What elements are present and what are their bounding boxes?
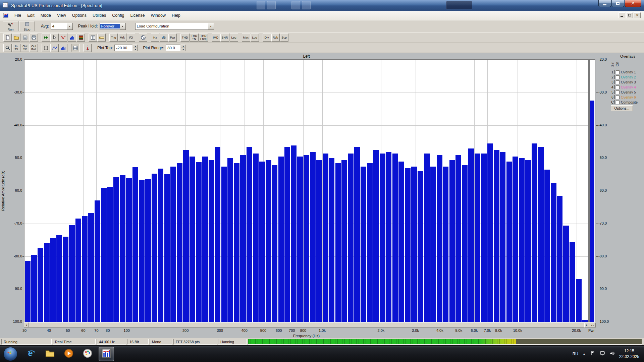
reverb-button[interactable]: Rvb xyxy=(271,34,280,42)
snr-button[interactable]: SNR xyxy=(220,34,229,42)
plot-range-spin-down-icon[interactable]: ▼ xyxy=(181,48,185,51)
stop-button[interactable]: Stop xyxy=(19,21,35,31)
menu-options[interactable]: Options xyxy=(69,12,90,19)
overlay-set-6[interactable]: 6 xyxy=(611,95,614,99)
load-configuration-dropdown-arrow-icon[interactable]: ▼ xyxy=(208,23,214,29)
time-series-view-button[interactable] xyxy=(59,34,67,42)
select-tool-button[interactable] xyxy=(50,34,59,42)
close-button[interactable]: ✕ xyxy=(625,0,641,7)
load-configuration-combobox[interactable]: Load Configuration ▼ xyxy=(135,23,214,30)
thd-freq-button[interactable]: THDFreq xyxy=(199,34,208,42)
taskbar-spectraplus-icon[interactable] xyxy=(99,347,114,361)
menu-edit[interactable]: Edit xyxy=(24,12,38,19)
maximize-button[interactable] xyxy=(611,0,624,7)
scrollbar-thumb[interactable] xyxy=(29,322,584,327)
bar-display-button[interactable] xyxy=(59,44,67,52)
scroll-left-arrow-icon[interactable]: ◄ xyxy=(24,322,29,327)
volume-icon[interactable] xyxy=(609,351,615,357)
spectrogram-view-button[interactable] xyxy=(76,34,85,42)
menu-license[interactable]: License xyxy=(127,12,148,19)
h-scrollbar[interactable]: ◄ ► xyxy=(24,322,589,327)
zoom-out-2x-button[interactable]: Out2X xyxy=(21,44,29,52)
overlays-options-button[interactable]: Options... xyxy=(611,105,633,111)
scale-tool-button[interactable] xyxy=(97,34,106,42)
peak-markers-button[interactable] xyxy=(42,44,50,52)
overlay-set-3[interactable]: 3 xyxy=(611,80,614,84)
power-meter-scrollbar[interactable]: ◄► xyxy=(589,322,596,327)
process-file-button[interactable] xyxy=(42,34,50,42)
overlay-on-checkbox-1[interactable] xyxy=(616,70,620,74)
overlay-set-1[interactable]: 1 xyxy=(611,70,614,74)
units-pwr-button[interactable]: Pwr xyxy=(168,34,177,42)
overlay-set-4[interactable]: 4 xyxy=(611,85,614,89)
menu-utilities[interactable]: Utilities xyxy=(90,12,109,19)
start-button[interactable] xyxy=(3,347,17,361)
avg-dropdown-arrow-icon[interactable]: ▼ xyxy=(67,23,72,29)
new-file-button[interactable] xyxy=(3,34,12,42)
thd-n-button[interactable]: THD+N xyxy=(190,34,199,42)
units-db-button[interactable]: dB xyxy=(160,34,168,42)
leq-button[interactable]: Leq xyxy=(230,34,238,42)
plot-top-spin-up-icon[interactable]: ▲ xyxy=(133,45,138,48)
avg-combobox[interactable]: 4 ▼ xyxy=(51,23,73,30)
plot-area[interactable] xyxy=(24,60,588,322)
plot-top-input[interactable]: -20.00 xyxy=(114,45,132,51)
data-table-button[interactable] xyxy=(89,34,97,42)
zoom-in-2x-button[interactable]: In2X xyxy=(12,44,20,52)
delay-button[interactable]: Dly xyxy=(263,34,271,42)
taskbar-explorer-icon[interactable] xyxy=(42,347,58,361)
plot-top-spinner[interactable]: ▲ ▼ xyxy=(133,45,138,51)
peak-hold-dropdown-arrow-icon[interactable]: ▼ xyxy=(120,23,125,29)
scrollbar-track[interactable] xyxy=(29,322,584,327)
overlay-on-checkbox-5[interactable] xyxy=(616,90,620,94)
menu-view[interactable]: View xyxy=(54,12,69,19)
markers-button[interactable]: Mrk xyxy=(118,34,126,42)
grid-display-button[interactable] xyxy=(71,44,79,52)
language-indicator[interactable]: RU xyxy=(573,352,578,356)
overlay-set-C[interactable]: C xyxy=(611,100,614,104)
open-file-button[interactable] xyxy=(12,34,20,42)
overlay-on-checkbox-4[interactable] xyxy=(616,85,620,89)
plot-top-spin-down-icon[interactable]: ▼ xyxy=(133,48,138,51)
thd-button[interactable]: THD xyxy=(180,34,190,42)
plot-range-spin-up-icon[interactable]: ▲ xyxy=(181,45,185,48)
trigger-button[interactable]: Trig xyxy=(109,34,118,42)
taskbar-media-player-icon[interactable] xyxy=(61,347,76,361)
imd-button[interactable]: IMD xyxy=(212,34,220,42)
overlay-on-checkbox-2[interactable] xyxy=(616,75,620,79)
menu-file[interactable]: File xyxy=(11,12,24,19)
plot-range-input[interactable]: 80.0 xyxy=(166,45,180,51)
taskbar-clock[interactable]: 12:15 22.02.2025 xyxy=(619,348,639,359)
menu-mode[interactable]: Mode xyxy=(38,12,54,19)
logging-button[interactable]: Log xyxy=(251,34,259,42)
scroll-right-arrow-icon[interactable]: ► xyxy=(584,322,589,327)
menu-window[interactable]: Window xyxy=(148,12,168,19)
run-button[interactable]: Run xyxy=(3,21,18,31)
show-hidden-icons-arrow-icon[interactable]: ▲ xyxy=(583,352,586,356)
mdi-close-button[interactable]: ✕ xyxy=(634,12,641,18)
line-display-button[interactable] xyxy=(50,44,59,52)
macro-button[interactable]: Mac xyxy=(242,34,250,42)
network-icon[interactable] xyxy=(600,351,605,357)
overlay-set-5[interactable]: 5 xyxy=(611,90,614,94)
minimize-button[interactable] xyxy=(598,0,611,7)
mdi-restore-button[interactable] xyxy=(626,12,633,18)
zoom-out-full-button[interactable]: OutFull xyxy=(30,44,38,52)
scope-button[interactable]: Scp xyxy=(280,34,288,42)
action-center-flag-icon[interactable] xyxy=(590,351,595,357)
calibration-button[interactable] xyxy=(83,44,92,52)
plot-range-spinner[interactable]: ▲ ▼ xyxy=(181,45,185,51)
overlay-on-checkbox-C[interactable] xyxy=(616,101,620,104)
print-button[interactable] xyxy=(30,34,38,42)
peak-hold-combobox[interactable]: Forever ▼ xyxy=(100,23,126,30)
taskbar-browser-icon[interactable]: e xyxy=(23,347,39,361)
menu-config[interactable]: Config xyxy=(109,12,127,19)
zoom-tool-button[interactable] xyxy=(3,44,12,52)
mdi-minimize-button[interactable] xyxy=(619,12,625,18)
overlay-on-checkbox-6[interactable] xyxy=(616,96,620,99)
spectrum-view-button[interactable] xyxy=(68,34,76,42)
save-file-button[interactable] xyxy=(21,34,29,42)
signal-generator-button[interactable] xyxy=(139,34,147,42)
io-device-button[interactable]: I/O xyxy=(127,34,135,42)
menu-help[interactable]: Help xyxy=(169,12,183,19)
